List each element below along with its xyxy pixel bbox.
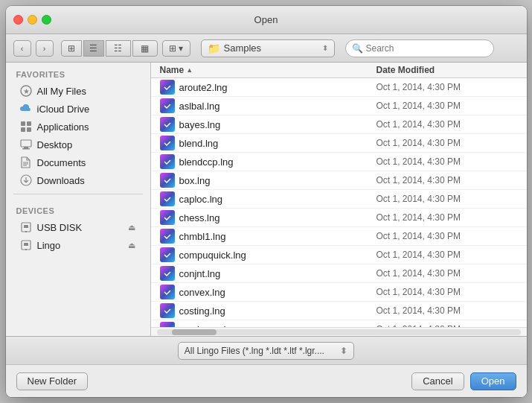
file-name: costing.lng [179, 305, 376, 317]
sidebar-item-label: iCloud Drive [37, 104, 90, 115]
eject-lingo-icon[interactable]: ⏏ [126, 241, 137, 250]
file-name: aroute2.lng [179, 82, 376, 93]
table-row[interactable]: blend.lngOct 1, 2014, 4:30 PM [151, 134, 527, 153]
icon-view-icon: ⊞ [68, 43, 75, 54]
action-buttons-right: Cancel Open [411, 372, 516, 390]
forward-button[interactable]: › [36, 40, 54, 57]
sidebar-item-label: Documents [37, 157, 86, 168]
lingo-drive-icon [19, 238, 33, 252]
sidebar-item-lingo[interactable]: Lingo ⏏ [9, 236, 147, 254]
table-row[interactable]: chmbl1.lngOct 1, 2014, 4:30 PM [151, 227, 527, 246]
sidebar: Favorites ★ All My Files iCloud Drive [6, 63, 151, 336]
file-type-chevron-icon: ⬍ [340, 346, 347, 356]
close-button[interactable] [13, 15, 23, 25]
file-name: convex.lng [179, 287, 376, 298]
col-date-label: Date Modified [376, 65, 435, 75]
table-row[interactable]: aroute2.lngOct 1, 2014, 4:30 PM [151, 78, 527, 97]
view-cover-button[interactable]: ▦ [132, 40, 158, 57]
share-button[interactable]: ⊞ ▾ [162, 40, 190, 57]
file-name: blend.lng [179, 138, 376, 149]
usb-disk-icon [19, 220, 33, 234]
favorites-label: Favorites [6, 63, 150, 82]
sidebar-item-applications[interactable]: Applications [9, 118, 147, 136]
desktop-icon [19, 138, 33, 151]
location-dropdown[interactable]: 📁 Samples ⬍ [201, 39, 335, 57]
eject-usb-disk-icon[interactable]: ⏏ [126, 223, 137, 232]
file-icon [160, 285, 175, 299]
file-icon [160, 229, 175, 244]
titlebar: Open [6, 6, 527, 34]
sidebar-item-documents[interactable]: Documents [9, 153, 147, 171]
table-row[interactable]: compuquick.lngOct 1, 2014, 4:30 PM [151, 246, 527, 264]
sidebar-item-desktop[interactable]: Desktop [9, 136, 147, 153]
svg-rect-3 [27, 121, 31, 126]
file-type-dropdown[interactable]: All Lingo Files (*.lng *.ldt *.ltf *.lgr… [178, 342, 354, 360]
file-icon [160, 191, 175, 206]
sidebar-item-all-my-files[interactable]: ★ All My Files [9, 82, 147, 100]
table-row[interactable]: costing.lngOct 1, 2014, 4:30 PM [151, 302, 527, 320]
file-type-bar: All Lingo Files (*.lng *.ldt *.ltf *.lgr… [6, 336, 527, 364]
table-row[interactable]: bayes.lngOct 1, 2014, 4:30 PM [151, 115, 527, 134]
svg-rect-5 [27, 127, 31, 132]
open-button[interactable]: Open [470, 372, 516, 390]
downloads-icon [19, 174, 33, 187]
file-name: chess.lng [179, 212, 376, 223]
file-icon [160, 322, 175, 327]
svg-rect-17 [24, 243, 28, 246]
view-list-button[interactable]: ☰ [83, 40, 104, 57]
file-date: Oct 1, 2014, 4:30 PM [376, 138, 518, 148]
table-row[interactable]: convex.lngOct 1, 2014, 4:30 PM [151, 283, 527, 302]
grid-icon: ⊞ ▾ [169, 43, 183, 54]
view-buttons: ⊞ ☰ ☷ ▦ [61, 40, 158, 57]
sidebar-item-downloads[interactable]: Downloads [9, 171, 147, 189]
sidebar-item-label: Downloads [37, 175, 85, 186]
horizontal-scrollbar[interactable] [151, 327, 527, 336]
table-row[interactable]: blendccp.lngOct 1, 2014, 4:30 PM [151, 153, 527, 171]
col-date-header[interactable]: Date Modified [376, 65, 518, 75]
action-bar: New Folder Cancel Open [6, 364, 527, 397]
search-input[interactable] [366, 43, 487, 54]
location-name: Samples [224, 42, 322, 54]
search-box[interactable]: 🔍 [345, 39, 494, 57]
sidebar-item-icloud-drive[interactable]: iCloud Drive [9, 100, 147, 118]
file-date: Oct 1, 2014, 4:30 PM [376, 268, 518, 279]
view-icon-button[interactable]: ⊞ [61, 40, 82, 57]
table-row[interactable]: crashcpm.lngOct 1, 2014, 4:30 PM [151, 320, 527, 327]
table-row[interactable]: box.lngOct 1, 2014, 4:30 PM [151, 171, 527, 190]
back-button[interactable]: ‹ [13, 40, 31, 57]
cover-view-icon: ▦ [141, 43, 149, 54]
chevron-updown-icon: ⬍ [322, 44, 328, 52]
devices-label: Devices [6, 199, 150, 218]
col-name-header[interactable]: Name ▲ [160, 65, 376, 75]
table-row[interactable]: chess.lngOct 1, 2014, 4:30 PM [151, 209, 527, 227]
open-dialog: Open ‹ › ⊞ ☰ ☷ ▦ ⊞ ▾ 📁 [6, 6, 527, 397]
file-name: aslbal.lng [179, 101, 376, 112]
svg-rect-8 [22, 148, 30, 150]
svg-rect-14 [24, 225, 28, 228]
table-row[interactable]: aslbal.lngOct 1, 2014, 4:30 PM [151, 97, 527, 115]
view-column-button[interactable]: ☷ [106, 40, 131, 57]
table-row[interactable]: conjnt.lngOct 1, 2014, 4:30 PM [151, 264, 527, 283]
sidebar-item-usb-disk[interactable]: USB DISK ⏏ [9, 218, 147, 236]
traffic-lights [13, 15, 51, 25]
cancel-button[interactable]: Cancel [411, 372, 464, 390]
maximize-button[interactable] [42, 15, 51, 25]
lingo-label: Lingo [37, 240, 61, 251]
file-pane: Name ▲ Date Modified aroute2.lngOct 1, 2… [151, 63, 527, 336]
back-arrow-icon: ‹ [21, 44, 24, 53]
minimize-button[interactable] [28, 15, 37, 25]
icloud-icon [19, 102, 33, 115]
documents-icon [19, 156, 33, 169]
col-name-label: Name [160, 65, 185, 75]
hscroll-thumb[interactable] [172, 329, 217, 335]
window-title: Open [254, 14, 278, 25]
table-row[interactable]: caploc.lngOct 1, 2014, 4:30 PM [151, 190, 527, 209]
new-folder-button[interactable]: New Folder [16, 372, 88, 390]
file-name: blendccp.lng [179, 156, 376, 168]
column-view-icon: ☷ [114, 43, 122, 54]
file-icon [160, 210, 175, 225]
list-view-icon: ☰ [89, 43, 97, 54]
file-name: caploc.lng [179, 194, 376, 205]
sidebar-item-label: All My Files [37, 86, 86, 97]
file-icon [160, 266, 175, 281]
